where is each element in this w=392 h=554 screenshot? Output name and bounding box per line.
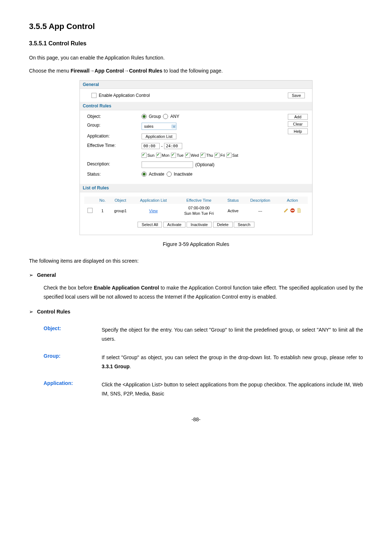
th-effective-time: Effective Time bbox=[175, 197, 223, 204]
row-checkbox[interactable] bbox=[87, 208, 93, 213]
description-label: Description: bbox=[87, 161, 142, 167]
delete-icon[interactable] bbox=[290, 208, 295, 213]
day-thu-label: Thu bbox=[206, 153, 213, 157]
app-rules-screenshot: General Enable Application Control Save … bbox=[79, 80, 313, 235]
cell-status: Active bbox=[222, 204, 243, 218]
page-number: -88- bbox=[29, 416, 363, 422]
application-label: Application: bbox=[87, 134, 142, 139]
day-sat-checkbox[interactable] bbox=[226, 153, 232, 158]
figure-caption: Figure 3-59 Application Rules bbox=[29, 241, 363, 248]
menu-path: Choose the menu Firewall→App Control→Con… bbox=[29, 67, 363, 75]
object-any-radio[interactable] bbox=[163, 114, 168, 119]
field-group-label: Group: bbox=[44, 353, 102, 371]
th-no: No. bbox=[96, 197, 109, 204]
general-desc-pre: Check the box before bbox=[44, 285, 94, 291]
day-thu-checkbox[interactable] bbox=[200, 153, 205, 158]
intro-text: On this page, you can enable the Applica… bbox=[29, 54, 363, 62]
day-mon-checkbox[interactable] bbox=[156, 153, 161, 158]
add-button[interactable]: Add bbox=[288, 114, 308, 120]
status-label: Status: bbox=[87, 172, 142, 177]
select-all-button[interactable]: Select All bbox=[138, 222, 162, 227]
field-group-desc-bold: 3.3.1 Group bbox=[102, 364, 130, 369]
cell-no: 1 bbox=[96, 204, 109, 218]
day-tue-label: Tue bbox=[177, 153, 184, 157]
after-caption-text: The following items are displayed on thi… bbox=[29, 257, 363, 265]
field-object-label: Object: bbox=[44, 325, 102, 344]
path-bold: Firewall→App Control→Control Rules bbox=[70, 68, 162, 74]
cell-etime-days: Sun Mon Tue Fri bbox=[177, 211, 221, 216]
cell-description: --- bbox=[244, 204, 277, 218]
day-fri-label: Fri bbox=[220, 153, 225, 157]
control-rules-section-header: Control Rules bbox=[80, 102, 312, 110]
description-input[interactable] bbox=[142, 161, 193, 168]
field-group-desc: If select "Group" as object, you can sel… bbox=[102, 353, 363, 371]
day-fri-checkbox[interactable] bbox=[215, 153, 220, 158]
general-desc-bold: Enable Application Control bbox=[94, 285, 159, 291]
path-suffix: to load the following page. bbox=[162, 68, 223, 74]
group-select[interactable]: sales v bbox=[142, 123, 176, 130]
day-sun-checkbox[interactable] bbox=[142, 153, 147, 158]
day-mon-label: Mon bbox=[162, 153, 170, 157]
th-app: Application List bbox=[132, 197, 175, 204]
time-separator: - bbox=[161, 144, 163, 149]
general-description: Check the box before Enable Application … bbox=[44, 283, 363, 301]
day-sun-label: Sun bbox=[147, 153, 155, 157]
svg-rect-1 bbox=[291, 210, 294, 211]
bullet-icon: ➢ bbox=[29, 309, 33, 315]
help-button[interactable]: Help bbox=[288, 128, 308, 134]
view-link[interactable]: View bbox=[149, 209, 158, 213]
field-object-desc: Specify the object for the entry. You ca… bbox=[102, 325, 363, 344]
day-tue-checkbox[interactable] bbox=[171, 153, 176, 158]
general-section-header: General bbox=[80, 81, 312, 89]
clear-button[interactable]: Clear bbox=[288, 121, 308, 127]
group-label: Group: bbox=[87, 123, 142, 128]
activate-button[interactable]: Activate bbox=[163, 222, 185, 227]
bullet-general: General bbox=[37, 272, 56, 278]
optional-text: (Optional) bbox=[195, 162, 215, 167]
status-activate-text: Activate bbox=[149, 172, 164, 177]
heading-section: 3.5.5 App Control bbox=[29, 22, 363, 31]
delete-button[interactable]: Delete bbox=[213, 222, 233, 227]
th-object: Object bbox=[109, 197, 132, 204]
table-row: 1 group1 View 07:00-09:00 Sun Mon Tue Fr… bbox=[84, 204, 308, 218]
object-group-text: Group bbox=[149, 114, 161, 119]
inactivate-button[interactable]: Inactivate bbox=[187, 222, 212, 227]
chevron-down-icon: v bbox=[172, 124, 176, 128]
rules-table: No. Object Application List Effective Ti… bbox=[84, 197, 308, 218]
search-button[interactable]: Search bbox=[234, 222, 254, 227]
bullet-control-rules: Control Rules bbox=[37, 309, 70, 315]
enable-app-control-checkbox[interactable] bbox=[91, 93, 97, 98]
time-from-input[interactable]: 00:00 bbox=[142, 143, 160, 149]
field-application-desc: Click the <Application List> button to s… bbox=[102, 380, 363, 398]
field-application-label: Application: bbox=[44, 380, 102, 398]
field-group-desc-post: . bbox=[130, 364, 131, 369]
th-description: Description bbox=[244, 197, 277, 204]
object-label: Object: bbox=[87, 114, 142, 119]
group-select-value: sales bbox=[142, 124, 172, 128]
status-inactivate-radio[interactable] bbox=[167, 172, 172, 177]
cell-etime-hours: 07:00-09:00 bbox=[177, 205, 221, 211]
cell-object: group1 bbox=[109, 204, 132, 218]
file-icon[interactable] bbox=[297, 208, 302, 213]
time-to-input[interactable]: 24:00 bbox=[164, 143, 182, 149]
object-group-radio[interactable] bbox=[142, 114, 147, 119]
application-list-button[interactable]: Application List bbox=[142, 134, 176, 139]
enable-app-control-label: Enable Application Control bbox=[99, 93, 150, 98]
day-sat-label: Sat bbox=[232, 153, 238, 157]
status-inactivate-text: Inactivate bbox=[174, 172, 192, 177]
heading-subsection: 3.5.5.1 Control Rules bbox=[29, 40, 363, 47]
effective-time-label: Effective Time: bbox=[87, 143, 142, 148]
save-button[interactable]: Save bbox=[288, 93, 305, 98]
th-status: Status bbox=[222, 197, 243, 204]
bullet-icon: ➢ bbox=[29, 272, 33, 278]
status-activate-radio[interactable] bbox=[142, 172, 147, 177]
day-wed-label: Wed bbox=[191, 153, 199, 157]
object-any-text: ANY bbox=[170, 114, 179, 119]
edit-icon[interactable] bbox=[283, 208, 289, 213]
path-prefix: Choose the menu bbox=[29, 68, 70, 74]
field-group-desc-pre: If select "Group" as object, you can sel… bbox=[102, 354, 363, 360]
day-wed-checkbox[interactable] bbox=[185, 153, 190, 158]
list-of-rules-header: List of Rules bbox=[80, 184, 312, 192]
th-action: Action bbox=[277, 197, 308, 204]
